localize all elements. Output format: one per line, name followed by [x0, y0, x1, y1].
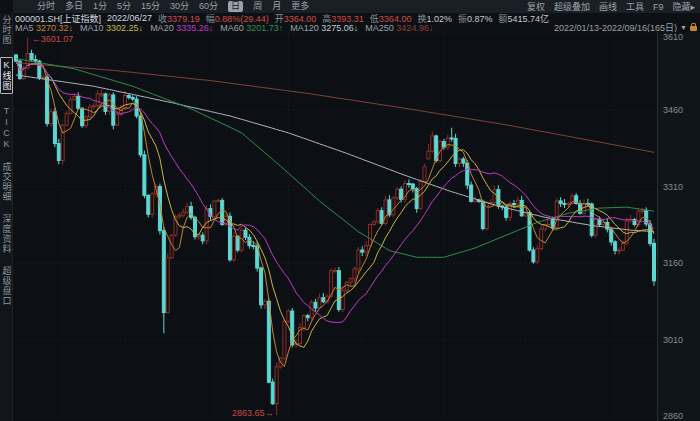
toolbar-menu: 复权超级叠加画线工具F9隐藏▸	[527, 0, 695, 13]
extreme-price-annotation: 2863.65→	[232, 408, 274, 418]
period-tab[interactable]: 分时	[37, 1, 55, 12]
price-axis-label: 3310	[663, 182, 683, 192]
sidebar-item[interactable]: 超级盘口	[1, 266, 12, 306]
period-tab[interactable]: 日	[228, 1, 243, 12]
quote-field-value: 0.87%	[467, 14, 493, 24]
sidebar-item[interactable]: 深度资料	[1, 214, 12, 254]
quote-field-label: 开	[275, 14, 284, 24]
quote-date: 2022/06/27	[107, 13, 152, 23]
quote-field-value: 3393.31	[331, 14, 364, 24]
quote-field-value: 3364.00	[284, 14, 317, 24]
quote-field-value: 0.88%(29.44)	[215, 14, 269, 24]
period-tab[interactable]: 30分	[170, 1, 189, 12]
candlestick-layer	[15, 38, 656, 416]
grid-layer	[13, 33, 657, 417]
price-axis-label: 2860	[663, 411, 683, 421]
toolbar-menu-item[interactable]: F9	[653, 2, 664, 12]
lock-icon	[690, 26, 697, 31]
extreme-price-annotation: ←3601.07	[32, 34, 74, 44]
quote-info-bar: 000001.SH[上证指数] 2022/06/27 收3379.19幅0.88…	[15, 13, 549, 23]
period-tab[interactable]: 周	[253, 1, 262, 12]
quote-field-label: 高	[322, 14, 331, 24]
period-tab[interactable]: 更多	[291, 1, 309, 12]
sidebar-item[interactable]: 成交明细	[1, 162, 12, 202]
period-tabs: 分时多日1分5分15分30分60分日周月更多	[13, 1, 309, 12]
quote-field-value: 3379.19	[167, 14, 200, 24]
quote-field-label: 收	[158, 14, 167, 24]
toolbar-menu-item[interactable]: 工具	[626, 0, 644, 13]
price-axis-label: 3160	[663, 258, 683, 268]
toolbar-menu-item[interactable]: 隐藏▸	[672, 0, 695, 13]
quote-field: 振0.87%	[458, 12, 493, 25]
price-axis-label: 3010	[663, 335, 683, 345]
chart-canvas[interactable]: ←3601.072863.65→	[13, 32, 657, 421]
candlestick-chart[interactable]: ←3601.072863.65→	[13, 32, 657, 421]
quote-field-label: 幅	[206, 14, 215, 24]
period-tab[interactable]: 5分	[117, 1, 131, 12]
price-axis-label: 3610	[663, 32, 683, 42]
quote-field: 额5415.74亿	[499, 12, 550, 25]
price-axis: 361034603310316030102860	[657, 32, 700, 421]
sidebar-item[interactable]: 分时图	[1, 15, 12, 45]
quote-field-value: 5415.74亿	[508, 14, 550, 24]
period-tab[interactable]: 1分	[93, 1, 107, 12]
period-tab[interactable]: 60分	[199, 1, 218, 12]
period-tab[interactable]: 15分	[141, 1, 160, 12]
period-tab[interactable]: 月	[272, 1, 281, 12]
view-sidebar: 分时图K线图TICK成交明细深度资料超级盘口	[0, 13, 13, 421]
toolbar-menu-item[interactable]: 超级叠加	[554, 0, 590, 13]
quote-field-value: 3364.00	[379, 14, 412, 24]
annotation-layer: ←3601.072863.65→	[32, 34, 274, 419]
price-axis-label: 3460	[663, 105, 683, 115]
period-tab[interactable]: 多日	[65, 1, 83, 12]
sidebar-item[interactable]: TICK	[1, 106, 12, 150]
quote-field-label: 额	[499, 14, 508, 24]
trading-app-window: 分时多日1分5分15分30分60分日周月更多 复权超级叠加画线工具F9隐藏▸ 0…	[0, 0, 700, 421]
quote-field-value: 1.02%	[426, 14, 452, 24]
sidebar-item[interactable]: K线图	[0, 57, 13, 94]
quote-field-label: 振	[458, 14, 467, 24]
toolbar-menu-item[interactable]: 画线	[599, 0, 617, 13]
chevron-down-icon[interactable]: ▼	[680, 24, 687, 31]
quote-field-label: 低	[370, 14, 379, 24]
